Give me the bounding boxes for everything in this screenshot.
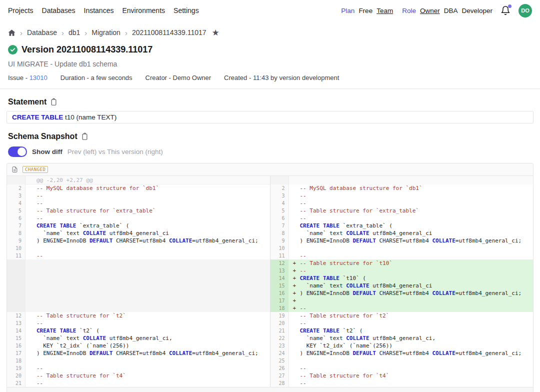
line-number-right: 9 [270,237,289,244]
diff-toggle-row: Show diff Prev (left) vs This version (r… [0,146,540,157]
code-left: CREATE TABLE `extra_table` ( [26,222,270,230]
code-right: -- Table structure for `t4` [289,372,534,380]
nav-item-databases[interactable]: Databases [42,6,76,14]
nav-item-environments[interactable]: Environments [122,6,165,14]
breadcrumb-separator: › [62,28,64,37]
toggle-knob [18,148,26,156]
avatar[interactable]: DO [518,4,532,18]
diff-line: 16+) ENGINE=InnoDB DEFAULT CHARSET=utf8m… [7,290,533,297]
code-left: -- [26,252,270,260]
section-divider [0,88,540,89]
code-right: -- Table structure for `t2` [289,312,534,320]
code-right: +-- [289,267,534,274]
diff-line: 13+-- [7,267,533,274]
diff-line: 1825 [7,357,533,364]
migration-subtitle: UI MIGRATE - Update db1 schema [0,60,540,68]
nav-item-instances[interactable]: Instances [84,6,114,14]
line-number-right: 13 [270,267,289,274]
line-number-right: 22 [270,334,289,342]
statement-heading: Statement [8,98,46,106]
diff-hint: Prev (left) vs This version (right) [68,148,163,156]
team-link[interactable]: Team [376,7,393,14]
statement-box[interactable]: CREATE TABLE t10 (name TEXT) [6,111,534,124]
line-number-right: 10 [270,244,289,252]
issue-link[interactable]: 13010 [30,74,48,82]
role-developer: Developer [462,7,492,14]
line-number-right: 23 [270,342,289,350]
code-left: -- Table structure for `extra_table` [26,207,270,214]
diff-line: 18+-- [7,304,533,312]
code-left: -- Table structure for `t2` [26,312,270,320]
breadcrumb-db1[interactable]: db1 [68,28,80,36]
diff-line: 8 `name` text COLLATE utf8mb4_general_ci… [7,230,533,237]
code-left [26,297,270,304]
code-left: ) ENGINE=InnoDB DEFAULT CHARSET=utf8mb4 … [26,237,270,244]
line-number-right: 2 [270,184,289,192]
line-number-left: 6 [7,214,26,222]
copy-snapshot-icon[interactable] [81,132,88,140]
line-number-right: 17 [270,297,289,304]
line-number-left [7,274,26,282]
nav-right: Plan Free Team Role Owner DBA Developer … [341,4,532,18]
diff-line: 1010 [7,244,533,252]
breadcrumb-migration[interactable]: Migration [92,28,120,36]
breadcrumb-version[interactable]: 20211008114339.11017 [132,28,206,36]
line-number-right: 18 [270,304,289,312]
nav-item-projects[interactable]: Projects [8,6,34,14]
copy-statement-icon[interactable] [50,98,58,106]
line-number-right: 6 [270,214,289,222]
diff-line: 15+ `name` text COLLATE utf8mb4_general_… [7,282,533,290]
line-number-left: 13 [7,320,26,327]
line-number-right: 11 [270,252,289,260]
owner-link[interactable]: Owner [420,7,440,14]
line-number-right: 8 [270,230,289,237]
diff-line: 19--26-- [7,364,533,372]
code-left [26,244,270,252]
notification-bell-icon[interactable] [500,5,512,16]
line-number-right: 27 [270,372,289,380]
changed-status-badge: CHANGED [22,166,48,173]
code-left [26,304,270,312]
code-right: -- [289,364,534,372]
breadcrumb-separator: › [20,28,22,37]
code-right: KEY `t2_idx` (`name`(256)) [289,342,534,350]
meta-row: Issue - 13010 Duration - a few seconds C… [0,74,540,82]
code-left: -- [26,320,270,327]
line-number-left: 19 [7,364,26,372]
diff-line: 13--20-- [7,320,533,327]
duration-meta: Duration - a few seconds [60,74,132,82]
line-number-left: 9 [7,237,26,244]
code-left: KEY `t2_idx` (`name`(256)) [26,342,270,350]
version-header: Version 20211008114339.11017 [0,44,540,55]
code-left: `name` text COLLATE utf8mb4_general_ci [26,230,270,237]
role-dba: DBA [444,7,458,14]
diff-line: 3--3-- [7,192,533,200]
diff-hunk-header: @@ -2,20 +2,27 @@ [7,176,533,184]
diff-line: 4--4-- [7,200,533,207]
schema-diff-card: CHANGED @@ -2,20 +2,27 @@ 2-- MySQL data… [6,163,534,392]
line-number-left: 3 [7,192,26,200]
line-number-left [7,290,26,297]
code-right: -- [289,192,534,200]
code-right: -- [289,200,534,207]
line-number-right: 20 [270,320,289,327]
code-right: CREATE TABLE `extra_table` ( [289,222,534,230]
bookmark-star-icon[interactable]: ★ [212,28,220,38]
home-icon[interactable] [8,29,16,36]
line-number-left: 7 [7,222,26,230]
code-left [26,260,270,267]
line-number-left [7,304,26,312]
diff-line: 12+-- Table structure for `t10` [7,260,533,267]
code-left: -- MySQL database structure for `db1` [26,184,270,192]
show-diff-toggle[interactable] [8,146,27,157]
hunk-gutter-right [270,176,289,184]
created-meta: Created - 11:43 by version development [224,74,339,82]
nav-item-settings[interactable]: Settings [174,6,199,14]
hunk-gutter-left [7,176,26,184]
diff-line: 17) ENGINE=InnoDB DEFAULT CHARSET=utf8mb… [7,350,533,357]
code-right: +) ENGINE=InnoDB DEFAULT CHARSET=utf8mb4… [289,290,534,297]
statement-sql: CREATE TABLE t10 (name TEXT) [12,114,116,121]
line-number-right: 25 [270,357,289,364]
line-number-left: 5 [7,207,26,214]
breadcrumb-database[interactable]: Database [27,28,57,36]
